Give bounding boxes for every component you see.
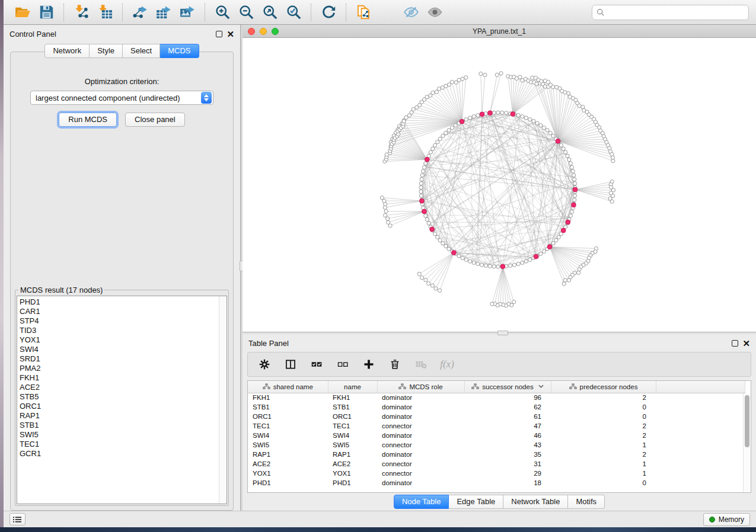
table-cell: 43 — [464, 440, 551, 450]
mcds-result-item[interactable]: YOX1 — [20, 335, 227, 345]
table-cell: 1 — [551, 469, 656, 478]
refresh-button[interactable] — [317, 2, 340, 23]
mcds-result-item[interactable]: SRD1 — [20, 354, 227, 364]
column-header-predecessor-nodes[interactable]: predecessor nodes — [551, 381, 656, 393]
mcds-result-item[interactable]: SWI4 — [20, 345, 227, 354]
table-row[interactable]: TEC1TEC1connector472 — [248, 421, 745, 431]
table-scrollbar[interactable] — [743, 393, 751, 492]
close-panel-icon[interactable]: ✕ — [227, 31, 234, 37]
open-session-button[interactable] — [11, 2, 34, 23]
spacer — [11, 127, 233, 286]
table-row[interactable]: STB1STB1dominator620 — [248, 402, 745, 412]
close-panel-icon[interactable]: ✕ — [742, 340, 750, 347]
import-table-button[interactable] — [93, 2, 117, 23]
show-hidden-button[interactable] — [423, 2, 446, 23]
export-image-button[interactable] — [176, 2, 199, 23]
tab-select[interactable]: Select — [123, 44, 160, 58]
table-row[interactable]: RAP1RAP1dominator352 — [248, 450, 745, 459]
table-tab-node-table[interactable]: Node Table — [394, 495, 449, 509]
table-cell: connector — [377, 421, 464, 431]
mcds-result-item[interactable]: STB5 — [20, 392, 227, 402]
optimization-criterion-select[interactable]: largest connected component (undirected) — [30, 91, 213, 105]
tab-network[interactable]: Network — [44, 44, 90, 58]
network-panel: YPA_prune.txt_1 — [243, 25, 756, 332]
table-row[interactable]: PHD1PHD1dominator180 — [248, 478, 745, 488]
control-panel-title: Control Panel — [9, 30, 216, 39]
tab-mcds[interactable]: MCDS — [160, 44, 199, 58]
mcds-result-item[interactable]: GCR1 — [20, 449, 227, 459]
mcds-result-item[interactable]: TID3 — [20, 326, 227, 335]
toolbar-separator — [205, 4, 205, 21]
float-panel-icon[interactable] — [732, 340, 738, 347]
save-session-button[interactable] — [34, 2, 58, 23]
table-row[interactable]: SWI4SWI4dominator462 — [248, 431, 745, 440]
horizontal-splitter[interactable] — [243, 332, 756, 334]
export-table-icon — [156, 4, 172, 20]
table-row[interactable]: SWI5SWI5connector431 — [248, 440, 745, 450]
mcds-result-list[interactable]: PHD1CAR1STP4TID3YOX1SWI4SRD1PMA2FKH1ACE2… — [17, 296, 227, 504]
zoom-in-button[interactable] — [210, 2, 234, 23]
mcds-result-item[interactable]: PMA2 — [20, 364, 227, 373]
column-header-name[interactable]: name — [328, 381, 377, 393]
show-panels-button[interactable] — [9, 513, 25, 525]
table-row[interactable]: FKH1FKH1dominator962 — [248, 393, 745, 402]
mcds-list-scrollbar[interactable] — [219, 296, 227, 504]
close-panel-button[interactable]: Close panel — [125, 113, 185, 127]
network-graph[interactable] — [243, 38, 755, 332]
table-cell: connector — [377, 440, 464, 450]
zoom-fit-button[interactable] — [258, 2, 282, 23]
column-header-MCDS-role[interactable]: MCDS role — [377, 381, 464, 393]
table-row[interactable]: ORC1ORC1dominator610 — [248, 412, 745, 421]
mcds-result-item[interactable]: ACE2 — [20, 383, 227, 392]
export-network-button[interactable] — [128, 2, 152, 23]
table-panel: Table Panel ✕ f(x) shared namenameMCDS r… — [243, 334, 756, 511]
copy-network-button[interactable] — [352, 2, 375, 23]
export-table-button[interactable] — [152, 2, 176, 23]
mcds-result-item[interactable]: STP4 — [20, 316, 227, 326]
table-tab-motifs[interactable]: Motifs — [568, 495, 605, 509]
search-network-button[interactable] — [375, 2, 399, 23]
table-tab-edge-table[interactable]: Edge Table — [449, 495, 503, 509]
splitter-handle[interactable] — [497, 331, 508, 335]
mcds-result-item[interactable]: CAR1 — [20, 307, 227, 316]
search-box[interactable] — [592, 5, 749, 20]
float-panel-icon[interactable] — [216, 31, 222, 37]
search-input[interactable] — [608, 8, 744, 17]
settings-button[interactable] — [257, 357, 272, 371]
mcds-result-item[interactable]: RAP1 — [20, 411, 227, 421]
table-cell: SWI4 — [328, 431, 377, 440]
table-row[interactable]: ACE2ACE2connector311 — [248, 459, 745, 469]
mcds-result-item[interactable]: PHD1 — [20, 297, 227, 307]
mcds-result-title: MCDS result (17 nodes) — [18, 286, 104, 294]
select-all-button[interactable] — [310, 357, 324, 371]
data-table[interactable]: shared namenameMCDS rolesuccessor nodesp… — [248, 381, 745, 488]
column-view-button[interactable] — [283, 357, 298, 371]
hide-selected-button[interactable] — [399, 2, 423, 23]
column-header-successor-nodes[interactable]: successor nodes — [464, 381, 551, 393]
mcds-result-item[interactable]: SWI5 — [20, 430, 227, 440]
table-row[interactable]: YOX1YOX1connector291 — [248, 469, 745, 478]
table-cell: ORC1 — [248, 412, 328, 421]
mcds-result-item[interactable]: STB1 — [20, 421, 227, 430]
mcds-result-item[interactable]: ORC1 — [20, 402, 227, 411]
run-mcds-button[interactable]: Run MCDS — [59, 113, 117, 127]
table-cell: TEC1 — [328, 421, 377, 431]
refresh-icon — [321, 4, 337, 20]
table-scrollbar-thumb[interactable] — [745, 395, 749, 447]
mcds-result-item[interactable]: FKH1 — [20, 373, 227, 383]
delete-row-button[interactable] — [388, 357, 402, 371]
table-tab-network-table[interactable]: Network Table — [503, 495, 568, 509]
deselect-all-button[interactable] — [336, 357, 350, 371]
add-row-button[interactable] — [362, 357, 376, 371]
network-canvas[interactable] — [243, 38, 756, 332]
memory-button[interactable]: Memory — [703, 513, 750, 526]
tab-style[interactable]: Style — [90, 44, 123, 58]
mcds-result-item[interactable]: TEC1 — [20, 440, 227, 449]
column-header-shared-name[interactable]: shared name — [248, 381, 328, 393]
zoom-selected-button[interactable] — [282, 2, 305, 23]
zoom-in-icon — [215, 4, 231, 20]
zoom-out-button[interactable] — [234, 2, 258, 23]
select-all-icon — [311, 358, 323, 370]
import-network-button[interactable] — [69, 2, 93, 23]
column-header-empty — [656, 381, 745, 393]
